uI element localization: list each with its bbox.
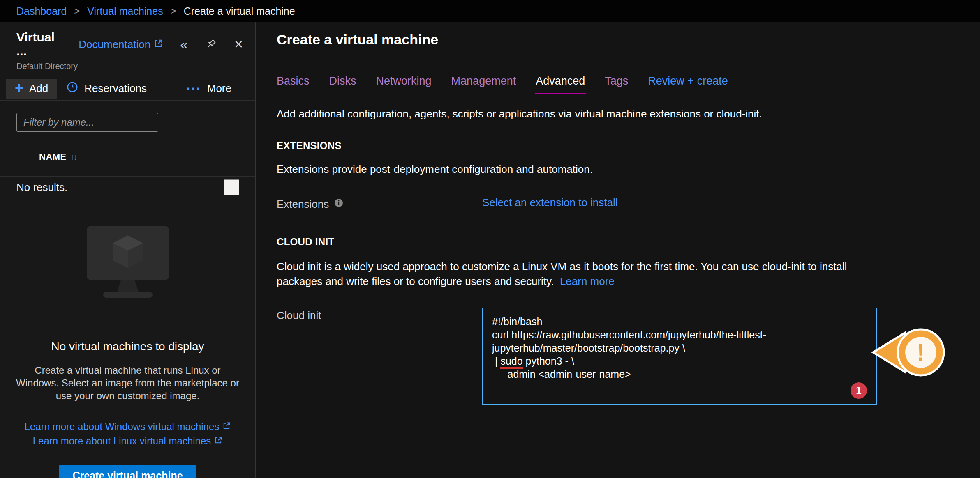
empty-state-description: Create a virtual machine that runs Linux… bbox=[13, 364, 243, 402]
documentation-link-label: Documentation bbox=[79, 38, 150, 51]
tab-networking[interactable]: Networking bbox=[376, 75, 432, 87]
tab-tags[interactable]: Tags bbox=[605, 75, 628, 87]
breadcrumb-separator: > bbox=[74, 5, 80, 17]
external-link-icon bbox=[214, 435, 222, 447]
clock-icon bbox=[66, 81, 79, 96]
code-line: --admin <admin-user-name> bbox=[492, 368, 867, 381]
no-results-row: No results. bbox=[0, 176, 255, 198]
extensions-description: Extensions provide post-deployment confi… bbox=[277, 163, 980, 176]
breadcrumb-current: Create a virtual machine bbox=[184, 5, 295, 17]
tab-advanced[interactable]: Advanced bbox=[536, 75, 585, 87]
tab-management[interactable]: Management bbox=[451, 75, 516, 87]
empty-state-title: No virtual machines to display bbox=[51, 340, 204, 353]
blade-header: Virtual ... Documentation « bbox=[0, 22, 255, 71]
tab-basics[interactable]: Basics bbox=[277, 75, 310, 87]
advanced-intro-text: Add additional configuration, agents, sc… bbox=[277, 108, 980, 120]
vm-monitor-icon bbox=[85, 224, 171, 306]
tab-bar: Basics Disks Networking Management Advan… bbox=[277, 75, 980, 94]
close-blade-icon[interactable]: × bbox=[234, 37, 243, 52]
breadcrumb: Dashboard > Virtual machines > Create a … bbox=[0, 0, 980, 22]
step-badge: 1 bbox=[851, 382, 867, 399]
page-title: Create a virtual machine bbox=[277, 32, 438, 48]
tab-review-create[interactable]: Review + create bbox=[648, 75, 728, 87]
sort-icon[interactable]: ↑↓ bbox=[71, 152, 76, 162]
learn-linux-link[interactable]: Learn more about Linux virtual machines bbox=[25, 435, 231, 447]
empty-state: No virtual machines to display Create a … bbox=[0, 198, 255, 478]
pin-icon[interactable] bbox=[205, 38, 217, 51]
extensions-heading: EXTENSIONS bbox=[277, 140, 980, 152]
code-line: curl https://raw.githubusercontent.com/j… bbox=[492, 328, 867, 341]
name-column-header[interactable]: NAME bbox=[39, 152, 67, 162]
select-extension-link[interactable]: Select an extension to install bbox=[482, 196, 618, 209]
extensions-field-row: Extensions Select an extension to instal… bbox=[277, 196, 980, 211]
external-link-icon bbox=[154, 38, 163, 51]
plus-icon: + bbox=[15, 80, 23, 95]
row-checkbox[interactable] bbox=[224, 180, 239, 195]
add-button[interactable]: + Add bbox=[6, 79, 57, 99]
learn-more-link[interactable]: Learn more bbox=[560, 275, 615, 287]
documentation-link[interactable]: Documentation bbox=[79, 38, 163, 51]
misspelled-word: sudo bbox=[500, 355, 522, 369]
cloud-init-field-row: Cloud init #!/bin/bash curl https://raw.… bbox=[277, 308, 980, 405]
create-virtual-machine-button[interactable]: Create virtual machine bbox=[59, 465, 196, 478]
create-vm-blade: Create a virtual machine Basics Disks Ne… bbox=[256, 22, 980, 478]
code-line: #!/bin/bash bbox=[492, 315, 867, 328]
ellipsis-icon: ··· bbox=[187, 83, 201, 95]
breadcrumb-virtual-machines[interactable]: Virtual machines bbox=[87, 5, 163, 17]
extensions-field-label: Extensions bbox=[277, 198, 329, 211]
tab-disks[interactable]: Disks bbox=[329, 75, 356, 87]
add-button-label: Add bbox=[29, 82, 48, 95]
filter-input[interactable] bbox=[16, 113, 158, 132]
cloud-init-field-label: Cloud init bbox=[277, 309, 321, 322]
collapse-blade-icon[interactable]: « bbox=[180, 38, 187, 51]
reservations-button[interactable]: Reservations bbox=[57, 79, 156, 99]
info-icon[interactable] bbox=[334, 198, 344, 211]
cloud-init-description: Cloud init is a widely used approach to … bbox=[277, 259, 856, 289]
learn-windows-link-label: Learn more about Windows virtual machine… bbox=[25, 421, 220, 432]
directory-label: Default Directory bbox=[16, 62, 243, 71]
breadcrumb-dashboard[interactable]: Dashboard bbox=[16, 5, 67, 17]
reservations-label: Reservations bbox=[84, 82, 147, 95]
virtual-machines-blade: Virtual ... Documentation « bbox=[0, 22, 256, 478]
more-button-label: More bbox=[207, 82, 231, 95]
code-line: jupyterhub/master/bootstrap/bootstrap.py… bbox=[492, 341, 867, 354]
code-line: | sudo python3 - \ bbox=[492, 354, 867, 368]
blade-title: Virtual ... bbox=[16, 30, 66, 58]
blade-toolbar: + Add Reservations ··· More bbox=[0, 77, 255, 101]
cloud-init-heading: CLOUD INIT bbox=[277, 236, 980, 248]
more-button[interactable]: ··· More bbox=[178, 79, 240, 99]
vm-list-header: NAME ↑↓ bbox=[0, 152, 255, 162]
cloud-init-textarea[interactable]: #!/bin/bash curl https://raw.githubuserc… bbox=[482, 308, 877, 405]
blade-header: Create a virtual machine bbox=[256, 22, 980, 57]
learn-windows-link[interactable]: Learn more about Windows virtual machine… bbox=[25, 421, 231, 432]
breadcrumb-separator: > bbox=[171, 5, 176, 17]
external-link-icon bbox=[222, 421, 231, 432]
learn-linux-link-label: Learn more about Linux virtual machines bbox=[33, 435, 211, 447]
no-results-text: No results. bbox=[16, 181, 67, 194]
azure-portal: Dashboard > Virtual machines > Create a … bbox=[0, 0, 980, 478]
